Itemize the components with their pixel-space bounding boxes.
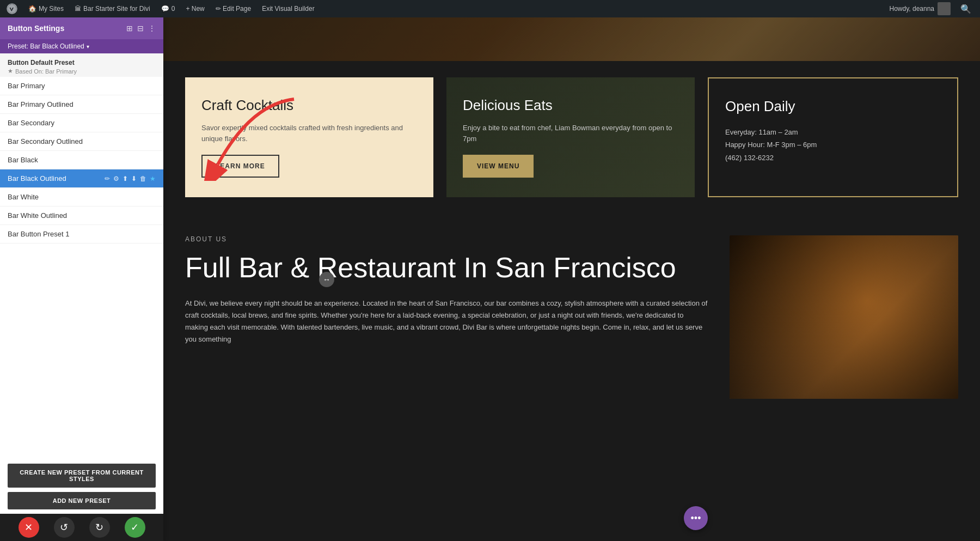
home-icon: 🏠 [28,5,36,13]
panel-header-icons: ⊞ ⊟ ⋮ [126,24,156,33]
panel-header: Button Settings ⊞ ⊟ ⋮ [0,17,163,39]
eats-description: Enjoy a bite to eat from chef, Liam Bowm… [463,123,678,146]
my-sites-menu[interactable]: 🏠 My Sites [24,3,68,15]
preset-down-icon[interactable]: ⬇ [131,175,137,183]
preset-star-icon[interactable]: ★ [150,175,156,183]
about-title: Full Bar & Restaurant In San Francisco [185,252,708,284]
admin-bar-right: Howdy, deanna 🔍 [885,0,976,17]
cocktails-title: Craft Cocktails [201,97,417,114]
preset-name: Bar Black Outlined [8,174,66,183]
wp-logo-icon[interactable] [4,1,20,16]
list-item[interactable]: Bar Secondary [0,114,163,132]
list-item-active[interactable]: Bar Black Outlined ✏ ⚙ ⬆ ⬇ 🗑 ★ [0,169,163,188]
list-item[interactable]: Bar White Outlined [0,206,163,225]
preset-section-title: Button Default Preset [8,59,156,66]
preset-name: Bar Button Preset 1 [8,230,69,238]
about-section: ABOUT US Full Bar & Restaurant In San Fr… [163,214,980,421]
create-preset-button[interactable]: CREATE NEW PRESET FROM CURRENT STYLES [8,464,156,488]
close-button[interactable]: ✕ [19,517,39,538]
comment-icon: 💬 [161,5,169,13]
panel-title: Button Settings [8,24,64,33]
undo-button[interactable]: ↺ [54,517,75,538]
preset-name: Bar Black [8,156,38,164]
add-preset-button[interactable]: ADD NEW PRESET [8,492,156,509]
edit-page-item[interactable]: ✏ Edit Page [211,3,255,15]
site-icon: 🏛 [75,5,81,13]
fab-icon: ••• [691,513,701,524]
view-menu-button[interactable]: VIEW MENU [463,155,534,178]
preset-name: Bar White [8,193,39,201]
list-item[interactable]: Bar Primary Outlined [0,95,163,114]
save-icon: ✓ [131,521,139,533]
save-button[interactable]: ✓ [125,517,145,538]
preset-section-sub: ★ Based On: Bar Primary [8,68,156,75]
cards-section: Craft Cocktails Savor expertly mixed coc… [163,61,980,214]
preset-chevron-icon: ▾ [87,44,89,50]
resize-handle[interactable]: ↔ [319,272,334,287]
site-preview: Craft Cocktails Savor expertly mixed coc… [163,17,980,541]
list-item[interactable]: Bar Button Preset 1 [0,225,163,244]
cocktails-description: Savor expertly mixed cocktails crafted w… [201,123,417,146]
about-text: ABOUT US Full Bar & Restaurant In San Fr… [185,235,708,399]
about-label: ABOUT US [185,235,708,243]
preset-up-icon[interactable]: ⬆ [122,175,128,183]
open-title: Open Daily [725,98,941,115]
open-card: Open Daily Everyday: 11am – 2am Happy Ho… [708,77,958,197]
left-panel: Button Settings ⊞ ⊟ ⋮ Preset: Bar Black … [0,17,163,541]
hours-line-1: Everyday: 11am – 2am [725,126,941,138]
based-on-star-icon: ★ [8,68,13,75]
main-area: Button Settings ⊞ ⊟ ⋮ Preset: Bar Black … [0,17,980,541]
preset-name: Bar Secondary Outlined [8,137,83,145]
panel-minimize-icon[interactable]: ⊟ [137,24,144,33]
preset-list: Button Default Preset ★ Based On: Bar Pr… [0,53,163,457]
bottom-toolbar: ✕ ↺ ↻ ✓ [0,514,163,541]
hours-line-2: Happy Hour: M-F 3pm – 6pm [725,138,941,151]
preset-bar[interactable]: Preset: Bar Black Outlined ▾ [0,39,163,53]
learn-more-button[interactable]: LEARN MORE [201,155,279,178]
preset-label: Preset: Bar Black Outlined [8,42,84,50]
about-description: At Divi, we believe every night should b… [185,297,708,345]
hero-image [163,17,980,61]
howdy-text: Howdy, deanna [885,0,955,17]
redo-icon: ↻ [95,521,103,533]
hours-line-3: (462) 132-6232 [725,151,941,164]
preset-name: Bar Secondary [8,119,54,127]
comments-item[interactable]: 💬 0 [157,3,180,15]
admin-search-icon[interactable]: 🔍 [956,2,976,16]
user-avatar[interactable] [938,2,951,15]
list-item[interactable]: Bar Secondary Outlined [0,132,163,151]
preset-name: Bar Primary Outlined [8,100,74,108]
panel-menu-icon[interactable]: ⋮ [148,24,156,33]
about-image [730,235,958,399]
cocktails-card: Craft Cocktails Savor expertly mixed coc… [185,77,433,197]
eats-card: Delicious Eats Enjoy a bite to eat from … [446,77,695,197]
preset-delete-icon[interactable]: 🗑 [140,175,146,183]
preset-edit-icon[interactable]: ✏ [105,175,110,183]
fab-button[interactable]: ••• [684,506,708,530]
list-item[interactable]: Bar White [0,188,163,206]
preset-settings-icon[interactable]: ⚙ [113,175,119,183]
preset-name: Bar Primary [8,82,45,90]
eats-title: Delicious Eats [463,97,678,114]
exit-builder-item[interactable]: Exit Visual Builder [258,3,319,15]
admin-bar: 🏠 My Sites 🏛 Bar Starter Site for Divi 💬… [0,0,980,17]
close-icon: ✕ [24,521,33,533]
site-name-item[interactable]: 🏛 Bar Starter Site for Divi [70,3,155,15]
preset-item-actions: ✏ ⚙ ⬆ ⬇ 🗑 ★ [105,175,156,183]
preset-name: Bar White Outlined [8,211,67,220]
list-item[interactable]: Bar Primary [0,77,163,95]
new-item[interactable]: + New [181,3,209,15]
undo-icon: ↺ [60,521,68,533]
list-item[interactable]: Bar Black [0,151,163,169]
open-hours: Everyday: 11am – 2am Happy Hour: M-F 3pm… [725,126,941,164]
panel-maximize-icon[interactable]: ⊞ [126,24,133,33]
preset-section-header: Button Default Preset ★ Based On: Bar Pr… [0,53,163,77]
redo-button[interactable]: ↻ [89,517,110,538]
